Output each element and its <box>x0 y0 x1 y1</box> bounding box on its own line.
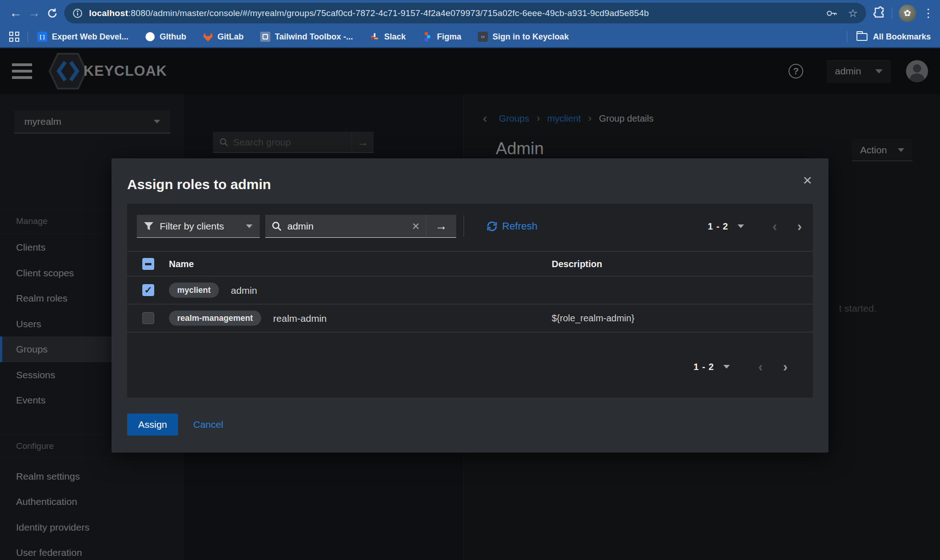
role-search-submit-icon[interactable]: → <box>426 215 456 238</box>
bookmark-label: Tailwind Toolbox -... <box>275 32 353 42</box>
pagination-range: 1 - 2 <box>694 362 714 372</box>
bookmark-label: Expert Web Devel... <box>52 32 129 42</box>
url-text: localhost:8080/admin/master/console/#/my… <box>89 8 816 18</box>
folder-icon <box>856 33 867 41</box>
chrome-divider <box>892 7 892 19</box>
pagination-range: 1 - 2 <box>708 221 728 232</box>
row-checkbox[interactable] <box>142 312 154 324</box>
keycloak-favicon: ‹› <box>478 32 488 42</box>
role-name: admin <box>231 285 257 296</box>
filter-by-clients-dropdown[interactable]: Filter by clients <box>137 215 260 238</box>
select-all-checkbox[interactable] <box>142 258 154 270</box>
reload-icon[interactable] <box>43 4 62 22</box>
screen: ← → localhost:8080/admin/master/console/… <box>0 0 940 560</box>
role-search-field[interactable]: × <box>265 215 426 238</box>
previous-page-icon[interactable]: ‹ <box>758 360 763 374</box>
table-row[interactable]: realm-management realm-admin ${role_real… <box>127 304 813 332</box>
bookmark-label: Figma <box>437 32 461 42</box>
search-icon <box>272 221 282 231</box>
forward-icon[interactable]: → <box>25 4 43 22</box>
github-icon <box>145 32 155 42</box>
previous-page-icon[interactable]: ‹ <box>772 219 777 233</box>
pagination-top: 1 - 2 ‹ › <box>708 215 802 238</box>
chrome-right-controls: ✿ ⋮ <box>873 5 934 22</box>
assign-roles-modal: Assign roles to admin × Filter by client… <box>112 158 828 453</box>
all-bookmarks-button[interactable]: All Bookmarks <box>856 32 931 42</box>
role-name: realm-admin <box>273 313 327 324</box>
cancel-button[interactable]: Cancel <box>193 414 223 436</box>
bookmark-gitlab[interactable]: GitLab <box>203 32 244 42</box>
toolbar-divider <box>464 216 464 237</box>
bookmarks-divider <box>847 31 847 42</box>
all-bookmarks-label: All Bookmarks <box>873 32 931 42</box>
row-checkbox[interactable] <box>142 284 154 296</box>
refresh-label: Refresh <box>502 220 537 232</box>
column-name: Name <box>169 258 194 269</box>
bookmark-keycloak-signin[interactable]: ‹› Sign in to Keycloak <box>478 32 569 42</box>
assign-button[interactable]: Assign <box>127 414 178 436</box>
bookmark-label: Sign in to Keycloak <box>492 32 569 42</box>
bookmark-star-icon[interactable]: ☆ <box>848 7 858 20</box>
client-badge: myclient <box>169 283 219 298</box>
next-page-icon[interactable]: › <box>783 360 788 374</box>
pagination-options-icon[interactable] <box>738 224 744 228</box>
tailwind-toolbox-icon <box>260 32 270 42</box>
flower-icon: ✿ <box>904 8 911 18</box>
address-bar[interactable]: localhost:8080/admin/master/console/#/my… <box>64 3 866 23</box>
bookmarks-bar: [ ] Expert Web Devel... GIthub GitLab Ta… <box>0 26 940 48</box>
client-badge: realm-management <box>169 311 261 326</box>
pagination-bottom: 1 - 2 ‹ › <box>694 355 788 378</box>
browser-menu-icon[interactable]: ⋮ <box>923 6 934 20</box>
figma-icon <box>422 32 432 42</box>
column-description: Description <box>552 258 602 269</box>
clear-search-icon[interactable]: × <box>412 220 420 233</box>
bookmark-figma[interactable]: Figma <box>422 32 461 42</box>
filter-icon <box>144 222 153 230</box>
bookmark-label: GIthub <box>160 32 186 42</box>
apps-grid-icon[interactable] <box>9 32 19 42</box>
browser-chrome: ← → localhost:8080/admin/master/console/… <box>0 0 940 48</box>
extensions-icon[interactable] <box>873 6 885 21</box>
bookmark-github[interactable]: GIthub <box>145 32 186 42</box>
bookmark-label: Slack <box>384 32 406 42</box>
expert-web-icon: [ ] <box>37 32 47 42</box>
bookmark-tailwind[interactable]: Tailwind Toolbox -... <box>260 32 353 42</box>
keycloak-page: KEYCLOAK ? admin myrealm Manage Clients … <box>0 48 940 560</box>
site-info-icon[interactable] <box>73 8 83 18</box>
slack-icon <box>369 32 380 42</box>
url-path: :8080/admin/master/console/#/myrealm/gro… <box>128 8 649 18</box>
chevron-down-icon <box>246 224 252 228</box>
pagination-options-icon[interactable] <box>723 365 730 369</box>
bookmark-slack[interactable]: Slack <box>369 32 406 42</box>
table-row[interactable]: myclient admin <box>127 276 813 304</box>
password-key-icon[interactable] <box>826 7 838 19</box>
next-page-icon[interactable]: › <box>797 219 802 233</box>
filter-label: Filter by clients <box>160 221 224 232</box>
roles-table-container: Filter by clients × → Refresh 1 - 2 <box>127 204 813 398</box>
url-host: localhost <box>89 8 128 18</box>
table-header: Name Description <box>127 251 813 276</box>
close-icon[interactable]: × <box>803 172 812 188</box>
bookmarks-divider <box>28 31 28 42</box>
refresh-icon <box>487 221 498 232</box>
browser-toolbar: ← → localhost:8080/admin/master/console/… <box>0 0 940 26</box>
role-search-input[interactable] <box>287 221 408 232</box>
bookmark-expert-web[interactable]: [ ] Expert Web Devel... <box>37 32 129 42</box>
gitlab-icon <box>203 32 213 42</box>
modal-title: Assign roles to admin <box>127 177 271 192</box>
refresh-button[interactable]: Refresh <box>487 215 537 238</box>
back-icon[interactable]: ← <box>6 4 25 22</box>
role-description: ${role_realm-admin} <box>552 313 634 324</box>
bookmark-label: GitLab <box>218 32 244 42</box>
browser-profile-avatar[interactable]: ✿ <box>899 5 916 22</box>
